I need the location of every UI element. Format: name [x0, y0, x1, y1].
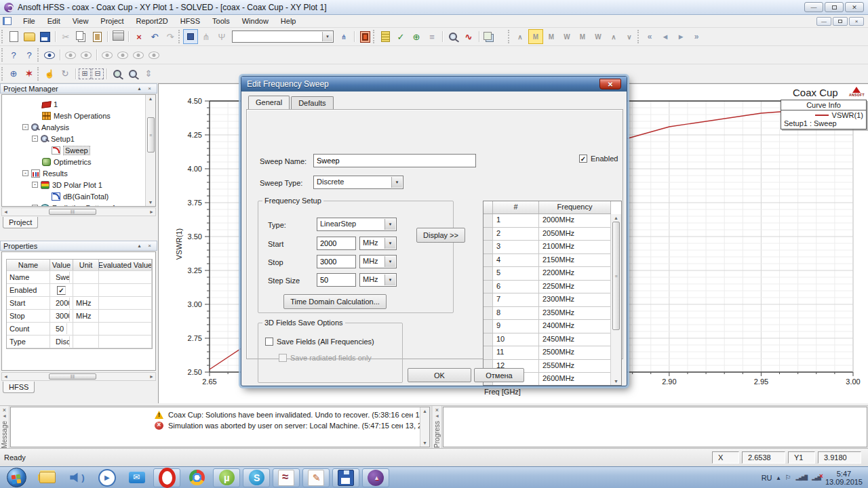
tab-project[interactable]: Project [3, 217, 38, 228]
type-dropdown[interactable]: LinearStep [317, 218, 397, 231]
opera-icon[interactable] [153, 468, 180, 487]
explorer-icon[interactable] [34, 468, 61, 487]
frequency-row[interactable]: 10 2450MHz [484, 333, 621, 347]
menu-item[interactable]: File [17, 16, 41, 26]
wave-down-icon[interactable]: ∨ [622, 29, 637, 44]
tree-item-analysis[interactable]: Analysis [2, 121, 155, 133]
frequency-row[interactable]: 11 2500MHz [484, 346, 621, 360]
print-icon[interactable] [111, 29, 125, 44]
properties-hscrollbar[interactable]: ◄⦀⦀► [1, 372, 156, 381]
row-selector[interactable] [484, 307, 493, 321]
paste-icon[interactable] [90, 29, 104, 44]
stop-unit-dropdown[interactable]: MHz [359, 255, 397, 268]
stop-input[interactable] [317, 255, 356, 268]
property-row[interactable]: Count 50 [7, 323, 152, 336]
property-value[interactable]: Disc... [50, 336, 73, 348]
hide-all-icon[interactable] [79, 47, 94, 62]
menu-item[interactable]: Report2D [130, 16, 174, 26]
menu-item[interactable]: Project [94, 16, 130, 26]
close-panel-icon[interactable]: × [145, 85, 154, 92]
frequency-row[interactable]: 4 2150MHz [484, 254, 621, 268]
rotate-icon[interactable]: ↻ [58, 66, 73, 81]
tray-clock[interactable]: 5:47 13.09.2015 [825, 470, 863, 486]
paint-icon[interactable] [302, 468, 330, 487]
message-row[interactable]: Coax Cup: Solutions have been invalidate… [155, 409, 429, 420]
start-button[interactable] [1, 468, 31, 487]
mdi-minimize-button[interactable]: — [816, 17, 831, 26]
dialog-close-icon[interactable]: ✕ [599, 79, 621, 89]
row-selector[interactable] [484, 346, 493, 360]
display-button[interactable]: Display >> [416, 228, 465, 243]
wave-peaks-icon[interactable]: M [528, 29, 543, 44]
wave-w2-icon[interactable]: W [591, 29, 606, 44]
project-tree-hscrollbar[interactable]: ◄⦀⦀► [1, 207, 156, 216]
mdi-restore-button[interactable] [833, 17, 848, 26]
row-selector[interactable] [484, 320, 493, 333]
mdi-close-button[interactable]: × [849, 17, 864, 26]
start-input[interactable] [317, 237, 356, 250]
action-center-icon[interactable]: ⚐ [785, 474, 791, 481]
wave-m-icon[interactable]: M [544, 29, 559, 44]
save-floppy-icon[interactable] [332, 468, 359, 487]
row-selector[interactable] [484, 267, 493, 281]
show-all-objects-icon[interactable] [131, 47, 146, 62]
collapse-pane-icon[interactable]: ◄ [2, 413, 7, 418]
close-pane-icon[interactable]: × [3, 407, 6, 413]
close-pane-icon[interactable]: × [435, 407, 439, 413]
radiation-boundary-icon[interactable]: ✶ [22, 66, 37, 81]
redo-icon[interactable]: ↷ [163, 29, 178, 44]
volume-icon[interactable] [64, 468, 91, 487]
frequency-row[interactable]: 5 2200MHz [484, 267, 621, 281]
report-doc-icon[interactable] [378, 29, 393, 44]
row-selector[interactable] [484, 293, 493, 307]
tree-item-1[interactable]: 1 [2, 98, 155, 110]
network-error-icon[interactable]: ▂▄▆ [812, 475, 821, 481]
checkbox-icon[interactable] [579, 155, 587, 163]
close-button[interactable]: ✕ [845, 2, 864, 12]
menu-item[interactable]: Edit [41, 16, 66, 26]
tree-item-results[interactable]: Results [2, 167, 155, 179]
sweep-name-input[interactable] [313, 154, 476, 167]
pan-icon[interactable]: ☝ [42, 66, 57, 81]
mail-icon[interactable] [123, 468, 151, 487]
property-value[interactable]: 50 [50, 323, 73, 335]
solution-data-icon[interactable]: ≡ [425, 29, 439, 44]
undo-icon[interactable]: ↶ [147, 29, 162, 44]
row-selector[interactable] [484, 333, 493, 347]
collapse-pane-icon[interactable]: ◄ [435, 413, 439, 418]
tree-item-3d-polar-plot-1[interactable]: 3D Polar Plot 1 [2, 179, 155, 190]
frequency-row[interactable]: 2 2050MHz [484, 228, 621, 241]
step-unit-dropdown[interactable]: MHz [359, 273, 397, 287]
frequency-row[interactable]: 8 2350MHz [484, 307, 621, 321]
utorrent-icon[interactable] [213, 468, 240, 487]
row-selector[interactable] [484, 228, 493, 241]
restore-button[interactable] [825, 2, 844, 12]
property-row[interactable]: Name Swe... [7, 271, 152, 284]
step-size-input[interactable] [317, 273, 356, 287]
frequency-row[interactable]: 7 2300MHz [484, 293, 621, 307]
wave-m2-icon[interactable]: M [575, 29, 590, 44]
delete-icon[interactable]: × [132, 29, 146, 44]
property-row[interactable]: Type Disc... [7, 336, 152, 348]
media-player-icon[interactable] [94, 468, 121, 487]
signature-app-icon[interactable] [273, 468, 300, 487]
zoom-window-out-icon[interactable]: ⊟ [92, 68, 104, 79]
property-value[interactable]: 3000 [50, 310, 73, 322]
property-value[interactable] [50, 284, 73, 296]
frequency-row[interactable]: 9 2400MHz [484, 320, 621, 333]
frequency-table-vscrollbar[interactable]: ▲≡▼ [610, 214, 621, 385]
tray-expand-icon[interactable]: ▴ [777, 474, 781, 481]
new-icon[interactable] [6, 29, 21, 44]
open-icon[interactable] [22, 29, 37, 44]
dialog-titlebar[interactable]: Edit Frequency Sweep ✕ [241, 77, 627, 92]
message-window-icon[interactable] [357, 29, 372, 44]
property-row[interactable]: Stop 3000 MHz [7, 310, 152, 323]
copy-image-icon[interactable] [482, 29, 497, 44]
tree-item-radiation-pattern-1[interactable]: Radiation Pattern 1 [2, 202, 155, 207]
expander-icon[interactable] [22, 124, 28, 130]
menu-item[interactable]: HFSS [174, 16, 206, 26]
time-domain-calculation-button[interactable]: Time Domain Calculation... [283, 294, 387, 309]
collapse-panel-icon[interactable]: ▴ [135, 242, 144, 249]
tree-item-sweep[interactable]: Sweep [2, 144, 155, 156]
wave-w-icon[interactable]: W [559, 29, 574, 44]
